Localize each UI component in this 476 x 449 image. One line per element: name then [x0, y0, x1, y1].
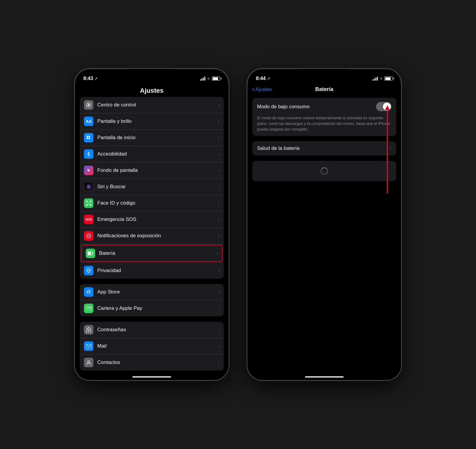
signal-bar-r3 [375, 78, 376, 81]
wallpaper-icon [84, 166, 93, 175]
appstore-label: App Store [97, 289, 218, 295]
battery-health-section: Salud de la batería › [252, 141, 396, 156]
loading-spinner [321, 167, 328, 175]
back-button[interactable]: ‹ Ajustes [252, 86, 272, 92]
time-right: 8:44 [256, 76, 266, 81]
svg-rect-26 [89, 308, 90, 308]
home-indicator-right [305, 376, 344, 378]
siri-label: Siri y Buscar [97, 184, 218, 190]
phones-container: 8:43 ↗ ≈ Ajustes [74, 68, 402, 381]
settings-item-passwords[interactable]: Contraseñas › [80, 322, 224, 338]
contacts-icon [84, 358, 93, 367]
status-icons-left: ≈ [200, 76, 220, 81]
passwords-icon [84, 325, 93, 335]
right-screen: ‹ Ajustes Batería Modo de bajo consumo [248, 84, 401, 380]
settings-item-faceid[interactable]: Face ID y código › [80, 195, 224, 211]
faceid-icon [84, 198, 93, 208]
battery-icon-right [384, 76, 393, 81]
svg-rect-13 [90, 201, 91, 202]
signal-bar-r2 [374, 79, 375, 81]
back-label: Ajustes [255, 87, 272, 92]
battery-health-chevron: › [390, 146, 392, 151]
control-center-label: Centro de control [97, 102, 218, 108]
home-indicator-left [132, 376, 171, 378]
battery-health-label: Salud de la batería [257, 145, 300, 151]
settings-group-1: Centro de control › AA Pantalla y brillo… [80, 97, 224, 279]
time-left: 8:43 [83, 76, 93, 81]
settings-item-homescreen[interactable]: Pantalla de inicio › [80, 130, 224, 146]
contacts-chevron: › [218, 360, 220, 365]
status-bar-right: 8:44 ↗ ≈ [248, 69, 401, 84]
low-power-toggle[interactable] [376, 102, 392, 111]
sos-label: Emergencia SOS [97, 216, 218, 222]
appstore-icon [84, 287, 93, 297]
settings-item-wallpaper[interactable]: Fondo de pantalla › [80, 162, 224, 179]
sos-icon-text: SOS [85, 218, 92, 221]
battery-label: Batería [99, 250, 216, 256]
battery-item-wrapper: Batería › [81, 245, 223, 262]
signal-bars-left [200, 76, 205, 81]
battery-fill-right [385, 77, 391, 80]
svg-rect-5 [89, 138, 90, 139]
svg-rect-23 [88, 252, 91, 255]
signal-bars-right [372, 76, 378, 81]
settings-item-accessibility[interactable]: Accesibilidad › [80, 146, 224, 162]
settings-item-siri[interactable]: Siri y Buscar › [80, 179, 224, 195]
settings-item-display[interactable]: AA Pantalla y brillo › [80, 113, 224, 130]
passwords-label: Contraseñas [97, 327, 218, 333]
siri-icon [84, 182, 93, 191]
settings-item-appstore[interactable]: App Store › [80, 284, 224, 300]
svg-point-20 [88, 236, 89, 236]
faceid-label: Face ID y código [97, 200, 218, 206]
left-screen: Ajustes Centro de control › AA [75, 84, 228, 380]
back-chevron: ‹ [252, 86, 254, 92]
settings-item-mail[interactable]: Mail › [80, 338, 224, 354]
location-icon-left: ↗ [94, 76, 98, 81]
svg-point-11 [88, 186, 89, 187]
svg-point-30 [88, 361, 90, 363]
right-phone: 8:44 ↗ ≈ ‹ A [247, 68, 402, 381]
accessibility-chevron: › [218, 152, 220, 156]
status-bar-left: 8:43 ↗ ≈ [75, 69, 228, 84]
faceid-chevron: › [218, 201, 220, 205]
signal-bar-1 [200, 79, 201, 81]
settings-item-exposure[interactable]: Notificaciones de exposición › [80, 228, 224, 244]
settings-item-wallet[interactable]: Cartera y Apple Pay › [80, 300, 224, 316]
signal-bar-r4 [377, 77, 378, 81]
signal-bar-3 [203, 78, 204, 81]
svg-point-8 [87, 169, 88, 170]
settings-list: Centro de control › AA Pantalla y brillo… [75, 97, 228, 370]
loading-section [252, 161, 396, 181]
settings-item-battery[interactable]: Batería › [82, 245, 222, 261]
svg-rect-2 [87, 136, 88, 137]
battery-fill-left [213, 77, 218, 80]
homescreen-label: Pantalla de inicio [97, 135, 218, 141]
battery-content: Modo de bajo consumo El modo de bajo con [248, 94, 401, 185]
low-power-row: Modo de bajo consumo [252, 98, 396, 115]
signal-bar-r1 [372, 79, 373, 81]
accessibility-label: Accesibilidad [97, 151, 218, 157]
battery-health-row[interactable]: Salud de la batería › [252, 141, 396, 156]
settings-item-contacts[interactable]: Contactos › [80, 354, 224, 370]
settings-item-control-center[interactable]: Centro de control › [80, 97, 224, 113]
left-phone: 8:43 ↗ ≈ Ajustes [74, 68, 229, 381]
settings-item-sos[interactable]: SOS Emergencia SOS › [80, 211, 224, 228]
wallet-icon [84, 304, 93, 313]
nav-bar: ‹ Ajustes Batería [248, 84, 401, 94]
sos-chevron: › [218, 217, 220, 222]
exposure-icon [84, 231, 93, 241]
privacy-chevron: › [218, 268, 220, 273]
location-icon-right: ↗ [267, 76, 270, 81]
status-icons-right: ≈ [372, 76, 393, 81]
settings-item-privacy[interactable]: Privacidad › [80, 263, 224, 279]
homescreen-icon [84, 133, 93, 142]
mail-chevron: › [218, 344, 220, 348]
svg-rect-4 [87, 138, 88, 139]
svg-rect-14 [86, 204, 87, 205]
contacts-label: Contactos [97, 359, 218, 365]
wallet-label: Cartera y Apple Pay [97, 305, 218, 311]
svg-point-28 [88, 330, 89, 332]
low-power-description: El modo de bajo consumo reduce temporalm… [252, 115, 396, 136]
wallet-chevron: › [218, 306, 220, 311]
low-power-section: Modo de bajo consumo El modo de bajo con [252, 98, 396, 136]
